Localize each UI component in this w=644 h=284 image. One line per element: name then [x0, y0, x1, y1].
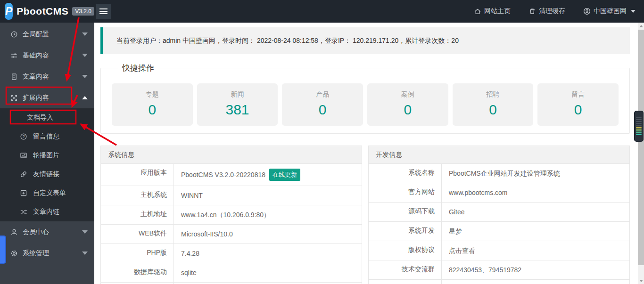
sidebar-item-member-center[interactable]: 会员中心: [0, 221, 94, 243]
chevron-down-icon: [82, 252, 88, 255]
table-row: 数据库驱动 sqlite: [101, 263, 362, 283]
row-value-text: 7.4.28: [181, 249, 199, 258]
expand-icon: [10, 94, 18, 102]
sliders-icon: [10, 52, 18, 59]
card-count: 381: [197, 102, 278, 118]
row-value-text: Gitee: [449, 207, 464, 217]
quick-action-card[interactable]: 案例 0: [367, 83, 448, 126]
sidebar-subitem-messages[interactable]: ? 留言信息: [0, 127, 94, 146]
row-value-text: 822430453、794519782: [449, 265, 521, 275]
dev-info-table: 开发信息 系统名称 PbootCMS企业网站开发建设管理系统 官方网站 www.…: [368, 146, 630, 284]
side-edge-widget-handle[interactable]: [0, 235, 6, 264]
card-label: 专题: [112, 90, 193, 99]
card-label: 新闻: [197, 90, 278, 99]
sidebar-subitem-doc-import[interactable]: 文档导入: [0, 108, 94, 127]
chevron-up-icon: [82, 96, 88, 99]
row-label: 版权协议: [369, 241, 442, 260]
card-count: 0: [367, 102, 448, 118]
row-label: 系统开发: [369, 222, 442, 241]
row-value-text: sqlite: [181, 268, 197, 277]
quick-actions-panel: 快捷操作 专题 0 新闻 381 产品 0 案例: [100, 63, 630, 134]
card-label: 产品: [282, 90, 363, 99]
row-value: www.1a4.cn（10.206.0.9:80）: [174, 205, 362, 224]
question-circle-icon: ?: [20, 133, 27, 140]
site-home-link[interactable]: 网站主页: [474, 7, 511, 16]
card-count: 0: [112, 102, 193, 118]
table-row: 官方网站 www.pbootcms.com: [369, 183, 629, 203]
sidebar-item-label: 扩展内容: [23, 94, 49, 102]
table-row: WEB软件 Microsoft-IIS/10.0: [101, 225, 362, 244]
vertical-scrollbar[interactable]: [638, 23, 644, 284]
row-value: sqlite: [174, 263, 362, 282]
sidebar-subitem-carousel[interactable]: 轮播图片: [0, 146, 94, 165]
link-icon: [20, 170, 27, 178]
login-info-text: 当前登录用户：admin 中国壁画网，登录时间： 2022-08-24 08:1…: [116, 37, 459, 45]
row-value-text: 星梦: [449, 227, 462, 236]
sidebar-item-basic-content[interactable]: 基础内容: [0, 45, 94, 66]
row-value: WINNT: [174, 186, 362, 205]
table-row: 系统名称 PbootCMS企业网站开发建设管理系统: [369, 164, 629, 183]
subitem-label: 自定义表单: [33, 189, 66, 197]
sidebar-subitem-article-inlinks[interactable]: 文章内链: [0, 203, 94, 221]
menu-toggle-button[interactable]: [96, 4, 111, 19]
chevron-down-icon: [82, 230, 88, 234]
quick-action-card[interactable]: 新闻 381: [197, 83, 278, 126]
sidebar-item-extended-content[interactable]: 扩展内容: [0, 87, 94, 108]
row-label: 源码下载: [369, 203, 442, 221]
chevron-down-icon: [82, 75, 88, 78]
scrollbar-thumb[interactable]: [638, 30, 644, 265]
table-row: 应用版本 PbootCMS V3.2.0-20220818 在线更新: [101, 164, 362, 186]
row-label: 技术交流群: [369, 260, 442, 279]
quick-action-card[interactable]: 招聘 0: [453, 83, 534, 126]
sidebar-item-label: 文章内容: [23, 73, 49, 81]
row-value: www.pbootcms.com: [442, 183, 629, 202]
system-info-rows: 应用版本 PbootCMS V3.2.0-20220818 在线更新 主机系统 …: [101, 164, 362, 284]
chevron-down-icon: [631, 10, 636, 13]
row-value: PbootCMS企业网站开发建设管理系统: [442, 164, 629, 183]
chevron-down-icon: [82, 54, 88, 57]
card-label: 案例: [367, 90, 448, 99]
row-value-text: WINNT: [181, 191, 203, 200]
card-count: 0: [282, 102, 363, 118]
sidebar-item-label: 全局配置: [23, 30, 49, 39]
login-info-bar: 当前登录用户：admin 中国壁画网，登录时间： 2022-08-24 08:1…: [100, 27, 630, 54]
table-row: 友情贡献者 感谢交流群各网友对PbootCMS发展的大力支持； 感谢LayUI提…: [369, 280, 629, 284]
globe-icon: [10, 31, 18, 38]
sidebar-item-article-content[interactable]: 文章内容: [0, 66, 94, 87]
row-value: Microsoft-IIS/10.0: [174, 225, 362, 243]
row-label: PHP版: [101, 244, 174, 263]
row-label: 系统名称: [369, 164, 442, 183]
row-label: 主机系统: [101, 186, 174, 205]
quick-action-card[interactable]: 专题 0: [112, 83, 193, 126]
user-icon: [10, 228, 18, 236]
card-count: 0: [537, 102, 619, 118]
sidebar-item-label: 系统管理: [23, 249, 49, 258]
row-value: 点击查看: [442, 241, 629, 260]
scroll-up-arrow-icon[interactable]: [638, 23, 644, 29]
clear-cache-link[interactable]: 清理缓存: [528, 7, 565, 16]
sidebar-item-system-management[interactable]: 系统管理: [0, 243, 94, 264]
table-row: 系统开发 星梦: [369, 222, 629, 241]
scroll-down-arrow-icon[interactable]: [638, 277, 644, 284]
quick-action-cards: 专题 0 新闻 381 产品 0 案例 0: [112, 83, 619, 126]
row-value: 7.4.28: [174, 244, 362, 263]
sidebar-subitem-friend-links[interactable]: 友情链接: [0, 165, 94, 184]
sidebar-item-label: 会员中心: [23, 228, 49, 236]
quick-action-card[interactable]: 产品 0: [282, 83, 363, 126]
sidebar-subitem-custom-forms[interactable]: 自定义表单: [0, 184, 94, 203]
scroll-minimap-widget[interactable]: [634, 111, 644, 142]
user-menu[interactable]: 中国壁画网: [583, 7, 636, 16]
quick-action-card[interactable]: 留言 0: [537, 83, 619, 126]
table-row: 主机系统 WINNT: [101, 186, 362, 205]
row-label: 应用版本: [101, 164, 174, 186]
sidebar-item-global-config[interactable]: 全局配置: [0, 24, 94, 45]
row-label: 官方网站: [369, 183, 442, 202]
card-label: 留言: [537, 90, 619, 99]
online-update-button[interactable]: 在线更新: [269, 169, 300, 181]
row-value-text: www.1a4.cn（10.206.0.9:80）: [181, 210, 270, 219]
table-row: 源码下载 Gitee: [369, 203, 629, 222]
subitem-label: 轮播图片: [33, 151, 59, 160]
sidebar-nav: 全局配置 基础内容 文章内容 扩展内容 文档导入: [0, 23, 94, 284]
subitem-label: 文档导入: [27, 114, 53, 122]
version-badge: V3.2.0: [72, 7, 94, 16]
